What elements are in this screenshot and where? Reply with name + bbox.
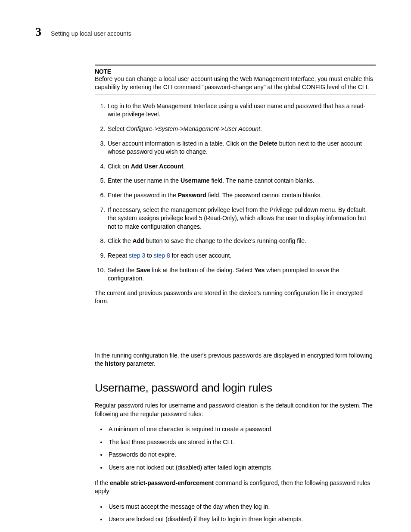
text: If the	[95, 479, 110, 486]
paragraph-history: In the running configuration file, the u…	[95, 352, 376, 368]
yes-label: Yes	[254, 267, 265, 274]
strict-command-label: enable strict-password-enforcement	[110, 479, 214, 486]
step-2: Select Configure->System->Management->Us…	[107, 125, 376, 134]
text: .	[183, 163, 185, 170]
note-body: Before you can change a local user accou…	[95, 75, 376, 91]
text: Select	[108, 125, 126, 132]
text: link at the bottom of the dialog. Select	[150, 267, 254, 274]
spacer	[95, 313, 376, 352]
step-4: Click on Add User Account.	[107, 162, 376, 171]
text: .	[260, 125, 262, 132]
section-heading-login-rules: Username, password and login rules	[95, 381, 376, 395]
step-8-link[interactable]: step 8	[154, 252, 170, 259]
text: parameter.	[125, 360, 156, 367]
save-link-label: Save	[136, 267, 150, 274]
chapter-title: Setting up local user accounts	[51, 30, 131, 37]
note-label: NOTE	[95, 68, 376, 75]
list-item: Passwords do not expire.	[107, 451, 376, 459]
list-item: Users are locked out (disabled) if they …	[107, 515, 376, 524]
text: Select the	[108, 267, 136, 274]
step-6: Enter the password in the Password field…	[107, 191, 376, 200]
text: Repeat	[108, 252, 129, 259]
page: 3 Setting up local user accounts NOTE Be…	[0, 0, 411, 532]
bullet-list-strict-rules: Users must accept the message of the day…	[95, 503, 376, 524]
list-item: Users must accept the message of the day…	[107, 503, 376, 511]
step-7: If necessary, select the management priv…	[107, 206, 376, 231]
text: button to save the change to the device'…	[144, 237, 306, 244]
step-5: Enter the user name in the Username fiel…	[107, 177, 376, 185]
add-user-account-label: Add User Account	[131, 163, 184, 170]
password-field-label: Password	[178, 192, 206, 199]
text: Enter the password in the	[108, 192, 178, 199]
note-box: NOTE Before you can change a local user …	[95, 65, 376, 94]
step-3: User account information is listed in a …	[107, 140, 376, 156]
list-item: Users are not locked out (disabled) afte…	[107, 464, 376, 472]
text: Enter the user name in the	[108, 177, 181, 184]
step-8: Click the Add button to save the change …	[107, 237, 376, 246]
text: field. The name cannot contain blanks.	[210, 177, 314, 184]
text: Click on	[108, 163, 131, 170]
step-1: Log in to the Web Management Interface u…	[107, 102, 376, 119]
delete-label: Delete	[259, 140, 277, 147]
bullet-list-regular-rules: A minimum of one character is required t…	[95, 425, 376, 472]
step-10: Select the Save link at the bottom of th…	[107, 266, 376, 283]
content-area: NOTE Before you can change a local user …	[95, 65, 376, 524]
text: field. The password cannot contain blank…	[206, 192, 322, 199]
username-field-label: Username	[181, 177, 210, 184]
paragraph-strict-intro: If the enable strict-password-enforcemen…	[95, 479, 376, 496]
add-button-label: Add	[133, 237, 144, 244]
menu-path: Configure->System->Management->User Acco…	[126, 125, 260, 132]
step-3-link[interactable]: step 3	[129, 252, 145, 259]
step-9: Repeat step 3 to step 8 for each user ac…	[107, 252, 376, 260]
list-item: The last three passwords are stored in t…	[107, 438, 376, 447]
paragraph-stored-passwords: The current and previous passwords are s…	[95, 289, 376, 306]
text: to	[145, 252, 153, 259]
history-param-label: history	[105, 360, 125, 367]
text: for each user account.	[170, 252, 231, 259]
list-item: A minimum of one character is required t…	[107, 425, 376, 434]
step-list: Log in to the Web Management Interface u…	[95, 102, 376, 283]
paragraph-rules-intro: Regular password rules for username and …	[95, 401, 376, 418]
page-header: 3 Setting up local user accounts	[35, 25, 376, 39]
text: User account information is listed in a …	[108, 140, 259, 147]
chapter-number: 3	[35, 25, 41, 39]
text: Click the	[108, 237, 133, 244]
